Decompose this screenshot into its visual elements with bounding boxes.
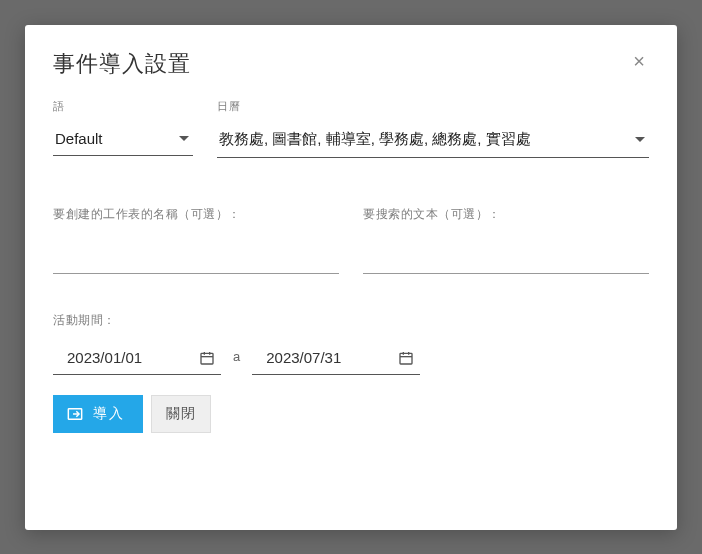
svg-rect-0 — [201, 353, 213, 364]
date-separator: a — [233, 349, 240, 364]
calendar-icon — [199, 350, 215, 366]
close-button-label: 關閉 — [166, 405, 196, 421]
start-date-value: 2023/01/01 — [67, 349, 142, 366]
period-label: 活動期間： — [53, 312, 649, 329]
import-settings-modal: 事件導入設置 × 語 Default 日曆 教務處, 圖書館, 輔導室, 學務處… — [25, 25, 677, 530]
calendar-icon — [398, 350, 414, 366]
modal-header: 事件導入設置 × — [53, 49, 649, 79]
calendar-value: 教務處, 圖書館, 輔導室, 學務處, 總務處, 實習處 — [219, 130, 531, 149]
svg-rect-4 — [400, 353, 412, 364]
close-button[interactable]: 關閉 — [151, 395, 211, 433]
calendar-dropdown[interactable]: 教務處, 圖書館, 輔導室, 學務處, 總務處, 實習處 — [217, 124, 649, 158]
calendar-label: 日曆 — [217, 99, 649, 114]
language-label: 語 — [53, 99, 193, 114]
sheet-name-label: 要創建的工作表的名稱（可選）： — [53, 206, 339, 223]
language-field: 語 Default — [53, 99, 193, 158]
end-date-value: 2023/07/31 — [266, 349, 341, 366]
sheet-name-input[interactable] — [53, 249, 339, 274]
start-date-field[interactable]: 2023/01/01 — [53, 343, 221, 375]
search-text-field: 要搜索的文本（可選）： — [363, 206, 649, 274]
language-dropdown[interactable]: Default — [53, 124, 193, 156]
search-text-input[interactable] — [363, 249, 649, 274]
calendar-field: 日曆 教務處, 圖書館, 輔導室, 學務處, 總務處, 實習處 — [217, 99, 649, 158]
close-icon[interactable]: × — [629, 49, 649, 73]
chevron-down-icon — [179, 136, 189, 141]
import-button[interactable]: 導入 — [53, 395, 143, 433]
language-value: Default — [55, 130, 103, 147]
modal-title: 事件導入設置 — [53, 49, 191, 79]
import-button-label: 導入 — [93, 405, 125, 423]
end-date-field[interactable]: 2023/07/31 — [252, 343, 420, 375]
chevron-down-icon — [635, 137, 645, 142]
import-icon — [67, 407, 83, 421]
sheet-name-field: 要創建的工作表的名稱（可選）： — [53, 206, 339, 274]
search-text-label: 要搜索的文本（可選）： — [363, 206, 649, 223]
